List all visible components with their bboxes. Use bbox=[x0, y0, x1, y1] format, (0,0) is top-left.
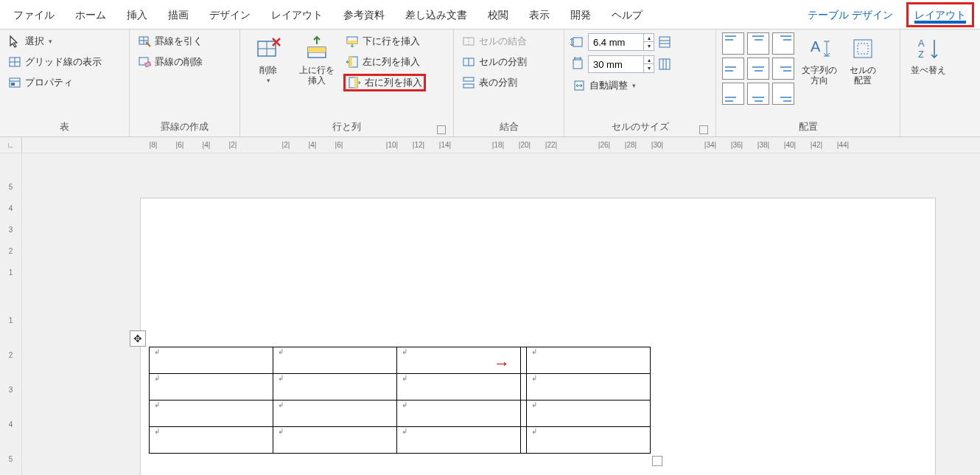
insert-left-button[interactable]: 左に列を挿入 bbox=[343, 53, 426, 71]
group-data-label bbox=[906, 120, 961, 136]
align-mid-left[interactable] bbox=[722, 58, 744, 80]
group-merge-label: 結合 bbox=[460, 120, 558, 136]
erase-border-button[interactable]: 罫線の削除 bbox=[136, 53, 204, 71]
align-top-right[interactable] bbox=[772, 32, 794, 55]
alignment-grid bbox=[722, 32, 794, 105]
row-height-icon bbox=[570, 35, 585, 49]
svg-rect-10 bbox=[144, 62, 150, 67]
svg-text:A: A bbox=[811, 38, 821, 55]
svg-rect-28 bbox=[463, 84, 474, 88]
insert-row-above-icon bbox=[302, 34, 332, 63]
row-height-input[interactable]: ▴▾ bbox=[588, 33, 654, 51]
tab-home[interactable]: ホーム bbox=[65, 0, 116, 30]
properties-icon bbox=[7, 75, 22, 90]
tab-table-layout[interactable]: レイアウト bbox=[906, 2, 974, 27]
align-top-left[interactable] bbox=[722, 32, 744, 55]
group-merge: セルの結合 セルの分割 表の分割 結合 bbox=[454, 30, 564, 136]
table-row[interactable]: ↲↲↲↲ bbox=[150, 347, 651, 374]
insert-column-left-icon bbox=[345, 55, 360, 69]
dialog-launcher-icon[interactable] bbox=[699, 125, 708, 134]
autofit-icon bbox=[572, 78, 587, 93]
split-table-icon bbox=[461, 75, 476, 90]
align-mid-center[interactable] bbox=[747, 58, 769, 80]
svg-rect-30 bbox=[659, 37, 670, 47]
insert-above-button[interactable]: 上に行を 挿入 bbox=[295, 32, 339, 86]
horizontal-ruler: ∟ |8||6||4||2||2||4||6||10||12||14||18||… bbox=[0, 137, 980, 153]
delete-button[interactable]: 削除 ▾ bbox=[246, 32, 290, 84]
insert-right-button[interactable]: 右に列を挿入 bbox=[343, 74, 426, 91]
chevron-down-icon: ▾ bbox=[49, 38, 52, 45]
distribute-rows-icon[interactable] bbox=[657, 35, 672, 49]
insert-below-button[interactable]: 下に行を挿入 bbox=[343, 32, 426, 50]
spin-down-icon[interactable]: ▾ bbox=[643, 64, 654, 72]
table-row[interactable]: ↲↲↲↲ bbox=[150, 374, 651, 401]
distribute-columns-icon[interactable] bbox=[657, 57, 672, 72]
group-size-label: セルのサイズ bbox=[570, 120, 710, 136]
group-table: 選択 ▾ グリッド線の表示 プロパティ 表 bbox=[0, 30, 130, 136]
column-width-input[interactable]: ▴▾ bbox=[588, 55, 654, 73]
svg-rect-33 bbox=[573, 60, 582, 69]
ruler-corner: ∟ bbox=[0, 137, 22, 153]
svg-text:Z: Z bbox=[918, 49, 924, 60]
row-height-field[interactable] bbox=[589, 37, 643, 48]
sort-button[interactable]: AZ 並べ替え bbox=[906, 32, 951, 75]
eraser-grid-icon bbox=[137, 55, 152, 69]
tab-layout[interactable]: レイアウト bbox=[261, 0, 333, 30]
tab-mailings[interactable]: 差し込み文書 bbox=[395, 0, 477, 30]
align-bot-center[interactable] bbox=[747, 83, 769, 105]
chevron-down-icon: ▾ bbox=[632, 82, 636, 89]
tab-references[interactable]: 参考資料 bbox=[333, 0, 395, 30]
tab-design[interactable]: デザイン bbox=[199, 0, 261, 30]
table-move-handle[interactable]: ✥ bbox=[130, 330, 146, 347]
spin-down-icon[interactable]: ▾ bbox=[643, 42, 654, 50]
table-row[interactable]: ↲↲↲↲ bbox=[150, 427, 651, 454]
tab-help[interactable]: ヘルプ bbox=[601, 0, 653, 30]
draw-border-button[interactable]: 罫線を引く bbox=[136, 32, 204, 50]
table-resize-handle[interactable] bbox=[652, 456, 662, 466]
spin-up-icon[interactable]: ▴ bbox=[643, 56, 654, 64]
pencil-grid-icon bbox=[137, 34, 152, 49]
group-data: AZ 並べ替え bbox=[900, 30, 967, 136]
canvas[interactable]: ✥ ↲↲↲↲ ↲↲↲↲ ↲↲↲↲ ↲↲↲↲ → bbox=[22, 153, 980, 475]
split-cells-button[interactable]: セルの分割 bbox=[460, 53, 528, 71]
spin-up-icon[interactable]: ▴ bbox=[643, 34, 654, 42]
merge-cells-button[interactable]: セルの結合 bbox=[460, 32, 528, 50]
properties-button[interactable]: プロパティ bbox=[6, 74, 103, 91]
insert-column-right-icon bbox=[347, 75, 362, 90]
dialog-launcher-icon[interactable] bbox=[437, 125, 446, 134]
align-bot-right[interactable] bbox=[772, 83, 794, 105]
align-bot-left[interactable] bbox=[722, 83, 744, 105]
svg-rect-16 bbox=[308, 47, 326, 52]
tab-view[interactable]: 表示 bbox=[519, 0, 560, 30]
tab-insert[interactable]: 挿入 bbox=[116, 0, 158, 30]
cursor-icon bbox=[7, 34, 22, 49]
align-top-center[interactable] bbox=[747, 32, 769, 55]
view-gridlines-button[interactable]: グリッド線の表示 bbox=[6, 53, 103, 71]
delete-table-icon bbox=[253, 34, 283, 63]
document-table[interactable]: ↲↲↲↲ ↲↲↲↲ ↲↲↲↲ ↲↲↲↲ bbox=[149, 347, 651, 454]
group-draw-borders: 罫線を引く 罫線の削除 罫線の作成 bbox=[130, 30, 240, 136]
svg-rect-27 bbox=[463, 77, 474, 81]
text-direction-button[interactable]: A 文字列の 方向 bbox=[799, 32, 840, 86]
tab-file[interactable]: ファイル bbox=[3, 0, 65, 30]
merge-cells-icon bbox=[461, 34, 476, 49]
column-width-field[interactable] bbox=[589, 59, 643, 70]
align-mid-right[interactable] bbox=[772, 58, 794, 80]
tab-draw[interactable]: 描画 bbox=[158, 0, 199, 30]
table-row[interactable]: ↲↲↲↲ bbox=[150, 401, 651, 427]
vertical-ruler[interactable]: 5432112345 bbox=[0, 153, 22, 475]
gridlines-icon bbox=[7, 55, 22, 69]
group-alignment-label: 配置 bbox=[722, 120, 894, 136]
tab-review[interactable]: 校閲 bbox=[477, 0, 519, 30]
group-rows-columns: 削除 ▾ 上に行を 挿入 下に行を挿入 bbox=[240, 30, 454, 136]
group-cell-size: ▴▾ ▴▾ bbox=[564, 30, 716, 136]
svg-text:A: A bbox=[918, 38, 925, 49]
cell-margins-button[interactable]: セルの 配置 bbox=[844, 32, 881, 86]
autofit-button[interactable]: 自動調整 ▾ bbox=[570, 77, 672, 94]
tab-developer[interactable]: 開発 bbox=[560, 0, 601, 30]
tab-table-design[interactable]: テーブル デザイン bbox=[797, 0, 903, 30]
select-button[interactable]: 選択 ▾ bbox=[6, 32, 103, 50]
svg-rect-18 bbox=[347, 41, 357, 44]
svg-rect-22 bbox=[354, 77, 357, 88]
split-table-button[interactable]: 表の分割 bbox=[460, 74, 528, 91]
